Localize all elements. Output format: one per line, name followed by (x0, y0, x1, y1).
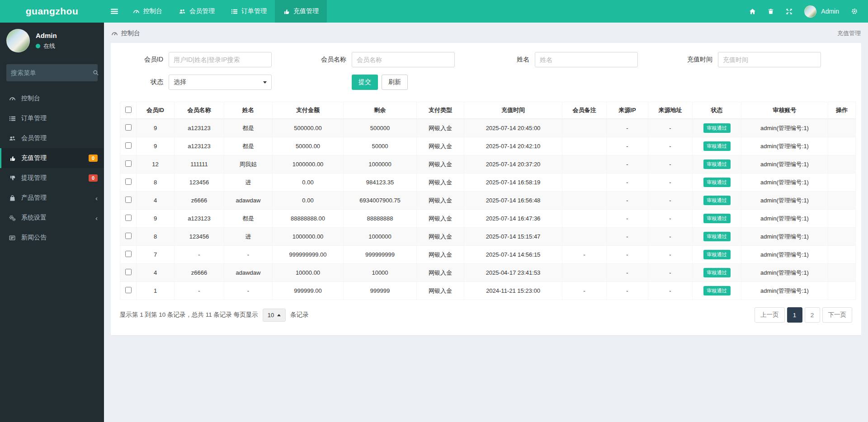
sidebar-item-label: 产品管理 (21, 194, 95, 202)
sidebar-item-订单管理[interactable]: 订单管理 (0, 108, 104, 128)
cell-time: 2025-07-14 20:37:20 (464, 155, 562, 173)
list-icon (8, 115, 16, 122)
column-header-来源地址: 来源地址 (648, 102, 693, 119)
row-checkbox[interactable] (125, 251, 132, 257)
next-page-button[interactable]: 下一页 (822, 307, 853, 323)
home-icon[interactable] (749, 8, 756, 15)
cell-auditor: admin(管理编号:1) (741, 192, 828, 210)
row-checkbox[interactable] (125, 233, 132, 239)
cell-pay_type: 网银入金 (417, 228, 464, 246)
navbar-user-menu[interactable]: Admin (804, 5, 839, 18)
sidebar-item-label: 系统设置 (21, 214, 95, 222)
row-checkbox[interactable] (125, 160, 132, 167)
row-checkbox[interactable] (125, 215, 132, 221)
cell-source_addr: - (648, 246, 693, 264)
page-size-select[interactable]: 10 (263, 309, 286, 322)
sidebar-search (6, 64, 98, 81)
submit-button[interactable]: 提交 (352, 75, 378, 90)
cell-member_id: 9 (137, 119, 175, 137)
online-status-dot (36, 44, 40, 48)
sidebar-item-充值管理[interactable]: 充值管理0 (0, 148, 104, 168)
navbar-item-充值管理[interactable]: 充值管理 (275, 0, 327, 23)
row-checkbox[interactable] (125, 178, 132, 185)
cell-member_id: 1 (137, 282, 175, 300)
expand-icon[interactable] (786, 8, 793, 15)
cell-amount: 88888888.00 (273, 210, 344, 228)
cell-status: 审核通过 (693, 119, 741, 137)
page-title: 充值管理 (837, 29, 861, 38)
cell-auditor: admin(管理编号:1) (741, 246, 828, 264)
cell-amount: 0.00 (273, 173, 344, 192)
sidebar-item-新闻公告[interactable]: 新闻公告 (0, 228, 104, 248)
status-badge: 审核通过 (703, 159, 731, 169)
sidebar-item-label: 新闻公告 (21, 234, 98, 242)
trash-icon[interactable] (768, 8, 774, 15)
status-select-value: 选择 (174, 78, 186, 86)
breadcrumb-label[interactable]: 控制台 (121, 29, 140, 38)
cell-remaining: 1000000 (344, 228, 417, 246)
row-checkbox[interactable] (125, 269, 132, 275)
name-label: 姓名 (486, 56, 529, 64)
cell-amount: 999999.00 (273, 282, 344, 300)
row-checkbox[interactable] (125, 197, 132, 203)
cell-auditor: admin(管理编号:1) (741, 282, 828, 300)
cell-remark (562, 137, 607, 155)
column-header-来源IP: 来源IP (607, 102, 648, 119)
cell-auditor: admin(管理编号:1) (741, 137, 828, 155)
recharge-time-input[interactable] (718, 52, 821, 67)
brand-logo[interactable]: guangzhou (0, 0, 104, 23)
sidebar-item-控制台[interactable]: 控制台 (0, 89, 104, 108)
page-button-1[interactable]: 1 (787, 307, 802, 323)
cell-remark (562, 173, 607, 192)
page-button-2[interactable]: 2 (805, 307, 820, 323)
sidebar-search-input[interactable] (11, 69, 93, 76)
member-id-label: 会员ID (120, 56, 163, 64)
status-badge: 审核通过 (703, 123, 731, 133)
cell-auditor: admin(管理编号:1) (741, 119, 828, 137)
name-input[interactable] (535, 52, 638, 67)
cell-action (828, 137, 856, 155)
member-name-input[interactable] (352, 52, 455, 67)
column-header-审核账号: 审核账号 (741, 102, 828, 119)
cell-remaining: 999999 (344, 282, 417, 300)
cell-status: 审核通过 (693, 228, 741, 246)
search-icon[interactable] (93, 70, 99, 76)
row-checkbox[interactable] (125, 287, 132, 293)
cell-pay_type: 网银入金 (417, 210, 464, 228)
row-checkbox[interactable] (125, 124, 132, 131)
cell-remark (562, 264, 607, 282)
cell-source_ip: - (607, 137, 648, 155)
cell-action (828, 192, 856, 210)
member-id-input[interactable] (169, 52, 272, 67)
status-label: 状态 (120, 78, 163, 86)
filter-form: 会员ID 会员名称 姓名 充值时间 状态 选择 (120, 52, 852, 90)
sidebar-item-会员管理[interactable]: 会员管理 (0, 128, 104, 148)
breadcrumb: 控制台 (111, 29, 140, 38)
row-checkbox[interactable] (125, 142, 132, 149)
status-badge: 审核通过 (703, 178, 731, 187)
pagination-summary-suffix: 条记录 (290, 311, 309, 319)
dashboard-icon (111, 30, 118, 37)
sidebar-item-产品管理[interactable]: 产品管理‹ (0, 188, 104, 208)
caret-down-icon (263, 81, 267, 84)
refresh-button[interactable]: 刷新 (382, 75, 408, 90)
select-all-checkbox[interactable] (125, 107, 132, 113)
navbar-item-控制台[interactable]: 控制台 (125, 0, 170, 23)
cell-source_addr: - (648, 282, 693, 300)
table-head-row: 会员ID会员名称姓名支付金额剩余支付类型充值时间会员备注来源IP来源地址状态审核… (120, 102, 856, 119)
cell-source_addr: - (648, 155, 693, 173)
navbar-item-订单管理[interactable]: 订单管理 (223, 0, 275, 23)
navbar-item-会员管理[interactable]: 会员管理 (170, 0, 223, 23)
prev-page-button[interactable]: 上一页 (755, 307, 785, 323)
cell-time: 2025-07-14 15:15:47 (464, 228, 562, 246)
sidebar-item-系统设置[interactable]: 系统设置‹ (0, 208, 104, 228)
cell-source_ip: - (607, 228, 648, 246)
sidebar-toggle-button[interactable] (104, 0, 125, 23)
gear-icon[interactable] (851, 8, 858, 15)
cell-source_addr: - (648, 264, 693, 282)
status-select[interactable]: 选择 (169, 75, 272, 90)
cell-time: 2025-07-14 16:56:48 (464, 192, 562, 210)
sidebar-item-提现管理[interactable]: 提现管理0 (0, 168, 104, 188)
cell-amount: 999999999.00 (273, 246, 344, 264)
cell-remaining: 6934007900.75 (344, 192, 417, 210)
